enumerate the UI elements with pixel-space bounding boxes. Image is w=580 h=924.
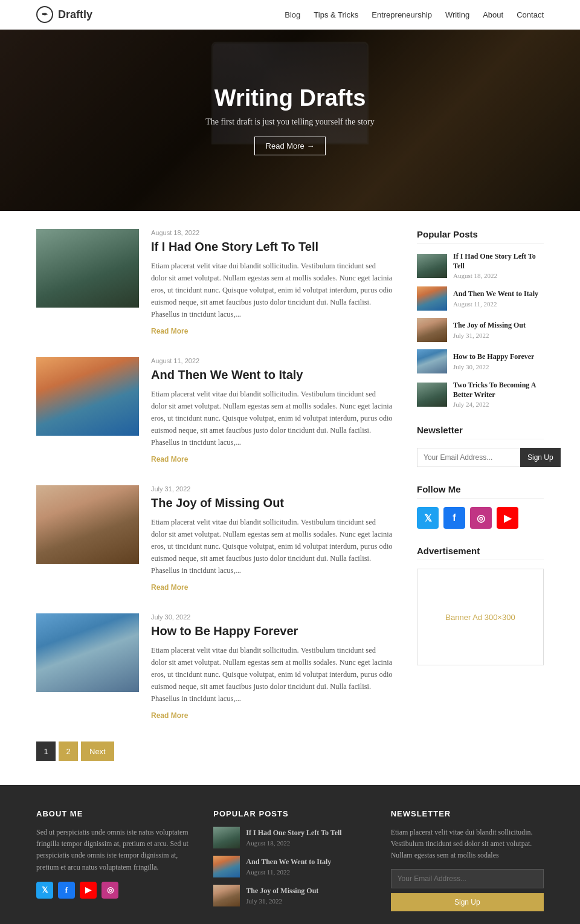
hero-subtitle: The first draft is just you telling your… — [205, 117, 375, 127]
hero-content: Writing Drafts The first draft is just y… — [205, 85, 375, 155]
logo-icon: ✒ — [36, 6, 53, 23]
popular-thumb-img — [417, 318, 447, 342]
post-card: August 11, 2022 And Then We Went to Ital… — [36, 357, 393, 464]
hero-section: Writing Drafts The first draft is just y… — [0, 30, 580, 211]
post-body: July 31, 2022 The Joy of Missing Out Eti… — [151, 485, 393, 592]
popular-item-date: July 31, 2022 — [453, 332, 526, 339]
post-image-italy — [36, 357, 139, 436]
newsletter-signup-button[interactable]: Sign Up — [520, 448, 561, 467]
footer-popular-info: The Joy of Missing Out July 31, 2022 — [246, 887, 318, 905]
footer-popular-item-title[interactable]: If I Had One Story Left To Tell — [246, 829, 341, 838]
post-body: July 30, 2022 How to Be Happy Forever Et… — [151, 613, 393, 720]
footer-facebook-icon[interactable]: f — [58, 882, 75, 899]
popular-thumb — [417, 286, 447, 311]
footer-newsletter-email-input[interactable] — [391, 869, 544, 888]
sidebar-advertisement: Advertisement Banner Ad 300×300 — [417, 546, 544, 665]
post-title[interactable]: The Joy of Missing Out — [151, 496, 393, 510]
footer-popular-info: If I Had One Story Left To Tell August 1… — [246, 829, 341, 847]
next-page-button[interactable]: Next — [81, 741, 114, 761]
nav-links: Blog Tips & Tricks Entrepreneurship Writ… — [285, 10, 544, 19]
post-date: July 31, 2022 — [151, 485, 393, 493]
nav-link-tips[interactable]: Tips & Tricks — [314, 10, 358, 19]
nav-link-writing[interactable]: Writing — [445, 10, 469, 19]
post-title[interactable]: How to Be Happy Forever — [151, 624, 393, 638]
footer-popular-item-date: August 11, 2022 — [246, 868, 331, 876]
popular-item-date: August 18, 2022 — [453, 272, 544, 279]
footer-thumb-img — [213, 885, 240, 906]
popular-item-title[interactable]: Two Tricks To Becoming A Better Writer — [453, 381, 544, 399]
post-title[interactable]: If I Had One Story Left To Tell — [151, 240, 393, 254]
hero-read-more-button[interactable]: Read More → — [254, 137, 326, 155]
post-card: July 30, 2022 How to Be Happy Forever Et… — [36, 613, 393, 720]
popular-item: How to Be Happy Forever July 30, 2022 — [417, 349, 544, 373]
footer-instagram-icon[interactable]: ◎ — [102, 882, 118, 899]
post-excerpt: Etiam placerat velit vitae dui blandit s… — [151, 516, 393, 577]
read-more-link[interactable]: Read More — [151, 327, 188, 335]
read-more-link[interactable]: Read More — [151, 583, 188, 592]
popular-info: And Then We Went to Italy August 11, 202… — [453, 289, 538, 308]
post-title[interactable]: And Then We Went to Italy — [151, 368, 393, 382]
popular-thumb — [417, 383, 447, 407]
popular-item-title[interactable]: The Joy of Missing Out — [453, 321, 526, 331]
post-image-woman — [36, 485, 139, 564]
follow-icons: 𝕏 f ◎ ▶ — [417, 507, 544, 529]
footer-youtube-icon[interactable]: ▶ — [80, 882, 97, 899]
nav-link-blog[interactable]: Blog — [285, 10, 300, 19]
nav-link-entrepreneurship[interactable]: Entrepreneurship — [372, 10, 432, 19]
page-1-button[interactable]: 1 — [36, 741, 56, 761]
popular-item-date: August 11, 2022 — [453, 300, 538, 308]
read-more-link[interactable]: Read More — [151, 455, 188, 464]
footer-thumb-img — [213, 856, 240, 877]
sidebar-newsletter: Newsletter Sign Up — [417, 425, 544, 467]
footer-popular-thumb — [213, 856, 240, 877]
newsletter-email-input[interactable] — [417, 448, 520, 467]
footer-popular-item: The Joy of Missing Out July 31, 2022 — [213, 885, 366, 906]
post-image-coast — [36, 613, 139, 692]
popular-item-title[interactable]: How to Be Happy Forever — [453, 352, 534, 362]
footer-popular-thumb — [213, 885, 240, 906]
popular-item-title[interactable]: And Then We Went to Italy — [453, 289, 538, 299]
footer: ABOUT ME Sed ut perspiciatis unde omnis … — [0, 785, 580, 924]
popular-item-title[interactable]: If I Had One Story Left To Tell — [453, 252, 544, 271]
post-body: August 11, 2022 And Then We Went to Ital… — [151, 357, 393, 464]
instagram-icon[interactable]: ◎ — [470, 507, 492, 529]
popular-item: If I Had One Story Left To Tell August 1… — [417, 252, 544, 279]
popular-thumb-img — [417, 383, 447, 407]
post-excerpt: Etiam placerat velit vitae dui blandit s… — [151, 388, 393, 448]
pagination: 1 2 Next — [36, 741, 393, 761]
popular-item: The Joy of Missing Out July 31, 2022 — [417, 318, 544, 342]
ad-banner: Banner Ad 300×300 — [417, 569, 544, 665]
youtube-icon[interactable]: ▶ — [497, 507, 518, 529]
footer-newsletter-title: NEWSLETTER — [391, 809, 544, 818]
footer-social-icons: 𝕏 f ▶ ◎ — [36, 882, 189, 899]
footer-newsletter-signup-button[interactable]: Sign Up — [391, 893, 544, 911]
twitter-icon[interactable]: 𝕏 — [417, 507, 439, 529]
footer-popular-title: POPULAR POSTS — [213, 809, 366, 818]
footer-twitter-icon[interactable]: 𝕏 — [36, 882, 53, 899]
popular-thumb-img — [417, 254, 447, 278]
post-date: July 30, 2022 — [151, 613, 393, 621]
footer-popular-item-title[interactable]: And Then We Went to Italy — [246, 858, 331, 867]
popular-item: Two Tricks To Becoming A Better Writer J… — [417, 381, 544, 408]
sidebar-ad-title: Advertisement — [417, 546, 544, 560]
footer-popular-item: And Then We Went to Italy August 11, 202… — [213, 856, 366, 877]
footer-about-title: ABOUT ME — [36, 809, 189, 818]
footer-grid: ABOUT ME Sed ut perspiciatis unde omnis … — [36, 809, 544, 914]
popular-thumb — [417, 254, 447, 278]
footer-popular-info: And Then We Went to Italy August 11, 202… — [246, 858, 331, 876]
footer-newsletter-form: Sign Up — [391, 869, 544, 911]
popular-item: And Then We Went to Italy August 11, 202… — [417, 286, 544, 311]
facebook-icon[interactable]: f — [443, 507, 465, 529]
site-logo[interactable]: ✒ Draftly — [36, 6, 92, 23]
page-2-button[interactable]: 2 — [59, 741, 78, 761]
footer-about-col: ABOUT ME Sed ut perspiciatis unde omnis … — [36, 809, 189, 914]
footer-popular-col: POPULAR POSTS If I Had One Story Left To… — [213, 809, 366, 914]
read-more-link[interactable]: Read More — [151, 711, 188, 720]
popular-thumb — [417, 349, 447, 373]
ad-label: Banner Ad 300×300 — [445, 613, 515, 622]
nav-link-contact[interactable]: Contact — [517, 10, 544, 19]
navbar: ✒ Draftly Blog Tips & Tricks Entrepreneu… — [0, 0, 580, 30]
main-content: August 18, 2022 If I Had One Story Left … — [36, 229, 393, 767]
footer-popular-item-title[interactable]: The Joy of Missing Out — [246, 887, 318, 896]
nav-link-about[interactable]: About — [483, 10, 503, 19]
